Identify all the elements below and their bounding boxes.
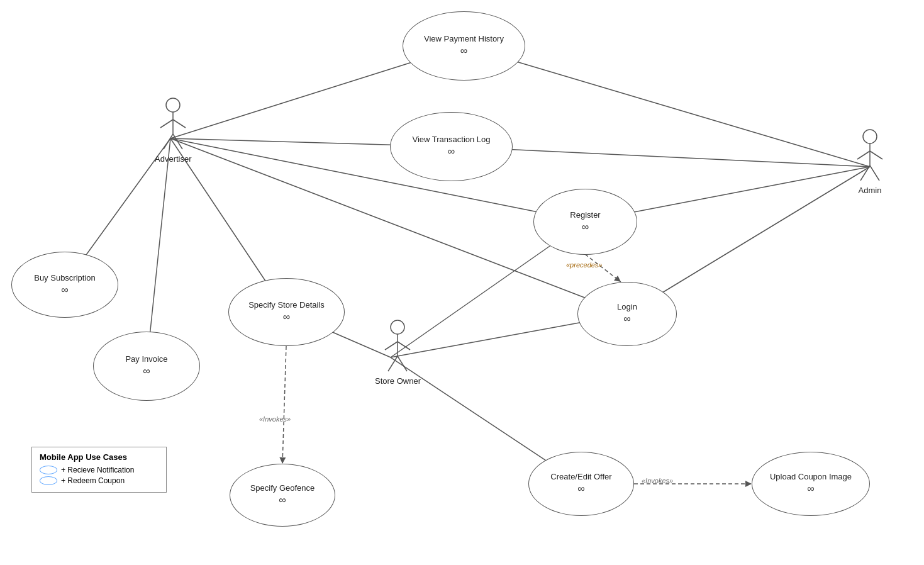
legend-ellipse-1 [40, 466, 57, 474]
svg-line-16 [388, 356, 398, 371]
invokes-label-1: «Invokes» [259, 415, 291, 423]
precedes-label: «precedes» [566, 261, 603, 269]
legend-box: Mobile App Use Cases + Recieve Notificat… [31, 447, 167, 493]
legend-item-2: + Redeem Coupon [40, 476, 159, 485]
use-case-login: Login ∞ [577, 282, 677, 346]
use-case-register: Register ∞ [533, 189, 637, 255]
legend-item-1: + Recieve Notification [40, 466, 159, 474]
actor-advertiser: Advertiser [155, 98, 192, 164]
legend-ellipse-2 [40, 476, 57, 485]
svg-line-9 [870, 151, 882, 159]
svg-line-11 [870, 165, 879, 181]
use-case-upload-coupon-image: Upload Coupon Image ∞ [752, 452, 870, 516]
use-case-create-edit-offer: Create/Edit Offer ∞ [528, 452, 634, 516]
svg-line-14 [385, 342, 398, 350]
invokes-label-2: «Invokes» [642, 477, 673, 484]
actor-admin: Admin [854, 129, 886, 195]
use-case-view-payment-history: View Payment History ∞ [403, 11, 525, 81]
use-case-pay-invoice: Pay Invoice ∞ [93, 332, 200, 401]
svg-line-5 [173, 134, 182, 149]
svg-point-6 [863, 130, 877, 143]
svg-line-4 [164, 134, 173, 149]
diagram-container: View Payment History ∞ View Transaction … [0, 0, 924, 565]
svg-line-2 [160, 120, 173, 128]
actor-store-owner: Store Owner [375, 320, 421, 386]
svg-point-12 [391, 320, 404, 334]
svg-point-0 [166, 98, 180, 112]
use-case-specify-geofence: Specify Geofence ∞ [230, 464, 335, 527]
svg-line-3 [173, 120, 186, 128]
legend-title: Mobile App Use Cases [40, 452, 159, 462]
svg-line-15 [398, 342, 410, 350]
svg-line-8 [857, 151, 870, 159]
svg-line-10 [860, 165, 870, 181]
use-case-view-transaction-log: View Transaction Log ∞ [390, 112, 513, 181]
use-case-buy-subscription: Buy Subscription ∞ [11, 252, 118, 318]
use-case-specify-store-details: Specify Store Details ∞ [228, 278, 345, 346]
svg-line-17 [398, 356, 407, 371]
